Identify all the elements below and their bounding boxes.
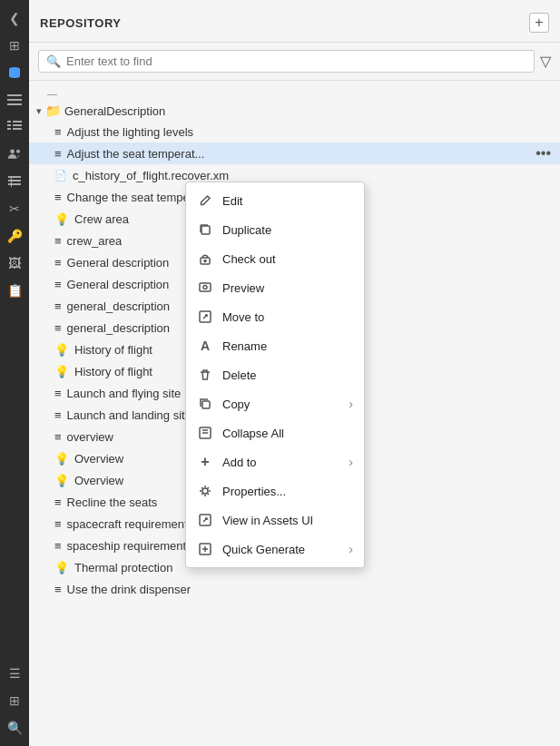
preview-icon: [197, 280, 213, 296]
svg-rect-5: [13, 121, 22, 123]
search-bar: 🔍 ▽: [29, 43, 560, 81]
ctx-edit[interactable]: Edit: [186, 186, 364, 215]
svg-rect-2: [7, 99, 22, 101]
ctx-duplicate[interactable]: Duplicate: [186, 215, 364, 244]
ctx-viewassets[interactable]: View in Assets UI: [186, 506, 364, 535]
item-icon-2: 📄: [54, 170, 67, 182]
item-icon-10: 💡: [54, 343, 69, 357]
search-input[interactable]: [66, 54, 526, 68]
filter-icon[interactable]: ▽: [540, 53, 551, 70]
collapseall-icon: [197, 425, 213, 441]
tree-item-selected[interactable]: ≡ Adjust the seat temperat... •••: [29, 142, 560, 164]
ctx-addto-label: Add to: [222, 456, 339, 469]
item-icon-20: 💡: [54, 561, 69, 574]
dots-menu[interactable]: •••: [534, 145, 553, 162]
folder-label: GeneralDescription: [64, 104, 165, 118]
duplicate-icon: [197, 221, 213, 238]
checkout-icon: [197, 250, 213, 267]
item-icon-0: ≡: [54, 125, 62, 139]
grid-icon[interactable]: ⊞: [4, 34, 25, 56]
key-icon[interactable]: 🔑: [4, 225, 25, 247]
item-icon-12: ≡: [54, 387, 62, 400]
ctx-quickgenerate[interactable]: Quick Generate ›: [186, 535, 364, 564]
users-icon[interactable]: [4, 143, 25, 165]
item-label-10: History of flight: [74, 343, 152, 357]
folder-icon: 📁: [45, 103, 61, 118]
addto-arrow-icon: ›: [349, 455, 353, 469]
repo-title: REPOSITORY: [40, 16, 122, 30]
item-label-11: History of flight: [74, 365, 152, 378]
item-icon-21: ≡: [54, 583, 62, 596]
ctx-collapseall[interactable]: Collapse All: [186, 418, 364, 447]
item-icon-4: 💡: [54, 212, 69, 226]
list-icon[interactable]: [4, 89, 25, 111]
item-icon-17: ≡: [54, 496, 62, 509]
ctx-copy-label: Copy: [222, 398, 339, 411]
item-label-13: Launch and landing site: [67, 408, 192, 422]
context-menu: Edit Duplicate Check out: [185, 182, 365, 568]
item-label-4: Crew area: [74, 212, 129, 226]
item-label-14: overview: [67, 430, 113, 444]
grid-bottom-icon[interactable]: ⊞: [4, 690, 25, 712]
ctx-rename[interactable]: A Rename: [186, 331, 364, 360]
ctx-copy[interactable]: Copy ›: [186, 389, 364, 418]
book-icon[interactable]: 📋: [4, 280, 25, 301]
ctx-checkout[interactable]: Check out: [186, 244, 364, 273]
search-input-wrapper: 🔍: [38, 50, 535, 73]
repo-header: REPOSITORY +: [29, 0, 560, 43]
ctx-moveto[interactable]: Move to: [186, 302, 364, 331]
list-alt-icon[interactable]: [4, 116, 25, 138]
ctx-properties[interactable]: Properties...: [186, 476, 364, 506]
search-icon: 🔍: [46, 54, 61, 68]
viewassets-icon: [197, 512, 213, 528]
tree-item[interactable]: ≡ Adjust the lighting levels: [29, 121, 560, 142]
item-label-2: c_history_of_flight.recover.xm: [73, 169, 229, 182]
svg-point-10: [10, 149, 15, 153]
ctx-viewassets-label: View in Assets UI: [222, 514, 353, 527]
ctx-duplicate-label: Duplicate: [222, 223, 353, 237]
tree-item[interactable]: ≡ Use the drink dispenser: [29, 578, 560, 600]
item-label-12: Launch and flying site: [67, 387, 182, 400]
list-check-icon[interactable]: [4, 171, 25, 192]
svg-rect-16: [201, 226, 210, 234]
addto-icon: +: [197, 454, 213, 470]
quickgenerate-arrow-icon: ›: [349, 542, 353, 556]
add-button[interactable]: +: [529, 13, 549, 33]
item-label-20: Thermal protection: [74, 561, 172, 574]
item-icon-9: ≡: [54, 321, 62, 335]
item-label-17: Recline the seats: [67, 496, 158, 509]
item-label-1: Adjust the seat temperat...: [67, 147, 205, 161]
item-icon-5: ≡: [54, 234, 62, 248]
item-label-8: general_description: [67, 299, 170, 313]
item-icon-13: ≡: [54, 408, 62, 422]
collapse-line: —: [29, 84, 560, 101]
image-icon[interactable]: 🖼: [4, 252, 25, 274]
scissors-icon[interactable]: ✂: [4, 198, 25, 220]
ctx-collapseall-label: Collapse All: [222, 427, 353, 440]
ctx-moveto-label: Move to: [222, 310, 353, 324]
svg-rect-14: [8, 183, 21, 185]
tree-parent-folder[interactable]: ▾ 📁 GeneralDescription: [29, 101, 560, 121]
copy-icon: [197, 396, 213, 412]
list-bottom-icon[interactable]: ☰: [4, 663, 25, 684]
database-icon[interactable]: [4, 62, 25, 83]
ctx-checkout-label: Check out: [222, 252, 353, 266]
item-label-18: spacecraft requirements: [67, 517, 193, 531]
item-label-19: spaceship requirements: [67, 539, 192, 553]
left-sidebar: ❮ ⊞: [0, 0, 29, 746]
item-label-7: General description: [67, 278, 170, 291]
ctx-preview[interactable]: Preview: [186, 273, 364, 302]
chevron-left-icon[interactable]: ❮: [4, 7, 25, 29]
ctx-addto[interactable]: + Add to ›: [186, 447, 364, 476]
search-bottom-icon[interactable]: 🔍: [4, 717, 25, 739]
main-panel: REPOSITORY + 🔍 ▽ — ▾ 📁 GeneralDescriptio…: [29, 0, 560, 746]
svg-rect-1: [7, 94, 22, 96]
item-icon-15: 💡: [54, 452, 69, 466]
svg-rect-13: [8, 180, 21, 182]
ctx-quickgenerate-label: Quick Generate: [222, 543, 339, 556]
svg-point-20: [203, 286, 207, 290]
svg-rect-7: [13, 124, 22, 126]
svg-point-11: [16, 150, 20, 153]
ctx-rename-label: Rename: [222, 339, 353, 353]
ctx-delete[interactable]: Delete: [186, 360, 364, 389]
